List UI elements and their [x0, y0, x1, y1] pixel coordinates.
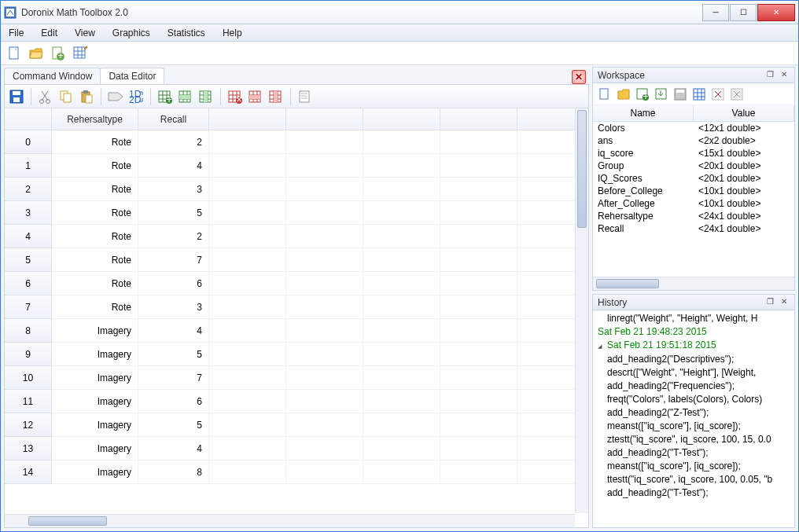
grid-cell[interactable]: 5	[138, 201, 209, 225]
grid-cell[interactable]	[209, 272, 286, 295]
grid-col-header[interactable]	[363, 108, 440, 130]
grid-cell[interactable]	[209, 437, 286, 460]
insert-row-icon[interactable]	[177, 88, 194, 105]
grid-cell[interactable]	[209, 390, 286, 413]
grid-cell[interactable]	[363, 390, 440, 413]
ws-save-icon[interactable]	[672, 86, 689, 103]
close-button[interactable]: ✕	[757, 4, 795, 21]
dock-restore-icon[interactable]: ❐	[764, 70, 775, 81]
ws-new-icon[interactable]	[596, 86, 613, 103]
grid-cell[interactable]	[286, 201, 363, 225]
grid-cell[interactable]: 6	[138, 390, 209, 413]
grid-cell[interactable]	[209, 413, 286, 437]
grid-col-header[interactable]	[286, 108, 363, 130]
paste-icon[interactable]	[78, 88, 95, 105]
grid-cell[interactable]: Rote	[52, 178, 138, 201]
grid-cell[interactable]: 7	[138, 248, 209, 272]
history-command[interactable]: add_heading2("Descriptives");	[607, 353, 794, 366]
grid-cell[interactable]: 2	[138, 225, 209, 248]
menu-edit[interactable]: Edit	[38, 26, 61, 40]
grid-cell[interactable]: Rote	[52, 201, 138, 225]
grid-cell[interactable]: 4	[138, 154, 209, 178]
history-header[interactable]: History ❐ ✕	[593, 295, 794, 310]
maximize-button[interactable]: ☐	[730, 4, 757, 21]
row-header[interactable]: 13	[5, 437, 52, 460]
grid-cell[interactable]	[363, 272, 440, 295]
history-command[interactable]: add_heading2("T-Test");	[607, 486, 794, 500]
grid-cell[interactable]	[363, 154, 440, 178]
row-header[interactable]: 2	[5, 178, 52, 201]
grid-cell[interactable]	[440, 343, 517, 366]
grid-cell[interactable]: Rote	[52, 154, 138, 178]
workspace-table[interactable]: Name Value Colors<12x1 double>ans<2x2 do…	[593, 105, 794, 290]
grid-cell[interactable]	[286, 319, 363, 343]
grid-col-header[interactable]: Recall	[138, 108, 209, 130]
grid-cell[interactable]: 5	[138, 413, 209, 437]
history-command[interactable]: linregt("Weight", "Height", Weight, H	[607, 312, 794, 325]
history-timestamp[interactable]: Sat Feb 21 19:48:23 2015	[598, 325, 794, 339]
grid-cell[interactable]	[440, 130, 517, 154]
ws-col-name[interactable]: Name	[593, 105, 694, 121]
grid-cell[interactable]	[286, 225, 363, 248]
grid-corner[interactable]	[5, 108, 52, 130]
history-command[interactable]: add_heading2("Frequencies");	[607, 380, 794, 393]
history-command[interactable]: freqt("Colors", labels(Colors), Colors)	[607, 393, 794, 406]
grid-cell[interactable]	[209, 319, 286, 343]
workspace-row[interactable]: Recall<24x1 double>	[593, 222, 794, 235]
grid-cell[interactable]	[286, 272, 363, 295]
tag-icon[interactable]	[107, 88, 124, 105]
workspace-header[interactable]: Workspace ❐ ✕	[593, 68, 794, 83]
grid-cell[interactable]	[209, 130, 286, 154]
grid-cell[interactable]	[363, 130, 440, 154]
grid-cell[interactable]: Imagery	[52, 413, 138, 437]
grid-cell[interactable]	[363, 225, 440, 248]
grid-cell[interactable]: 3	[138, 295, 209, 319]
menu-statistics[interactable]: Statistics	[164, 26, 208, 40]
grid-cell[interactable]	[440, 460, 517, 484]
grid-cell[interactable]	[209, 201, 286, 225]
grid-cell[interactable]	[286, 130, 363, 154]
insert-col-left-icon[interactable]: +	[156, 88, 174, 105]
row-header[interactable]: 8	[5, 319, 52, 343]
history-command[interactable]: meanst(["iq_score"], [iq_score]);	[607, 420, 794, 433]
grid-cell[interactable]: Imagery	[52, 343, 138, 366]
grid-cell[interactable]	[209, 460, 286, 484]
grid-cell[interactable]	[209, 178, 286, 201]
grid-cell[interactable]	[363, 295, 440, 319]
ws-grid-icon[interactable]	[690, 86, 708, 103]
grid-col-header[interactable]	[440, 108, 517, 130]
insert-col-icon[interactable]	[197, 88, 215, 105]
grid-cell[interactable]: 3	[138, 178, 209, 201]
grid-cell[interactable]	[440, 413, 517, 437]
history-command[interactable]: add_heading2("Z-Test");	[607, 406, 794, 420]
grid-cell[interactable]: Imagery	[52, 366, 138, 390]
grid-cell[interactable]	[440, 366, 517, 390]
grid-cell[interactable]: 8	[138, 460, 209, 484]
properties-icon[interactable]	[296, 88, 314, 105]
grid-cell[interactable]	[286, 437, 363, 460]
grid-cell[interactable]	[363, 319, 440, 343]
grid-cell[interactable]	[363, 248, 440, 272]
grid-cell[interactable]: 4	[138, 319, 209, 343]
menu-file[interactable]: File	[6, 26, 27, 40]
grid-cell[interactable]	[286, 413, 363, 437]
grid-cell[interactable]: Rote	[52, 295, 138, 319]
ws-open-icon[interactable]	[615, 86, 632, 103]
row-header[interactable]: 4	[5, 225, 52, 248]
row-header[interactable]: 7	[5, 295, 52, 319]
row-header[interactable]: 14	[5, 460, 52, 484]
history-list[interactable]: linregt("Weight", "Height", Weight, HSat…	[593, 310, 794, 527]
history-command[interactable]: add_heading2("T-Test");	[607, 446, 794, 460]
grid-cell[interactable]	[286, 343, 363, 366]
ws-col-value[interactable]: Value	[694, 105, 794, 121]
vertical-scrollbar[interactable]	[575, 108, 588, 513]
grid-cell[interactable]	[209, 343, 286, 366]
tab-close-icon[interactable]: ✕	[572, 70, 586, 84]
grid-cell[interactable]	[286, 460, 363, 484]
new-file-icon[interactable]	[6, 45, 23, 62]
titlebar[interactable]: Doronix Math Toolbox 2.0 ─ ☐ ✕	[1, 1, 798, 24]
workspace-row[interactable]: After_College<10x1 double>	[593, 197, 794, 210]
grid-cell[interactable]	[286, 366, 363, 390]
grid-cell[interactable]: Rote	[52, 130, 138, 154]
grid-cell[interactable]: 5	[138, 343, 209, 366]
